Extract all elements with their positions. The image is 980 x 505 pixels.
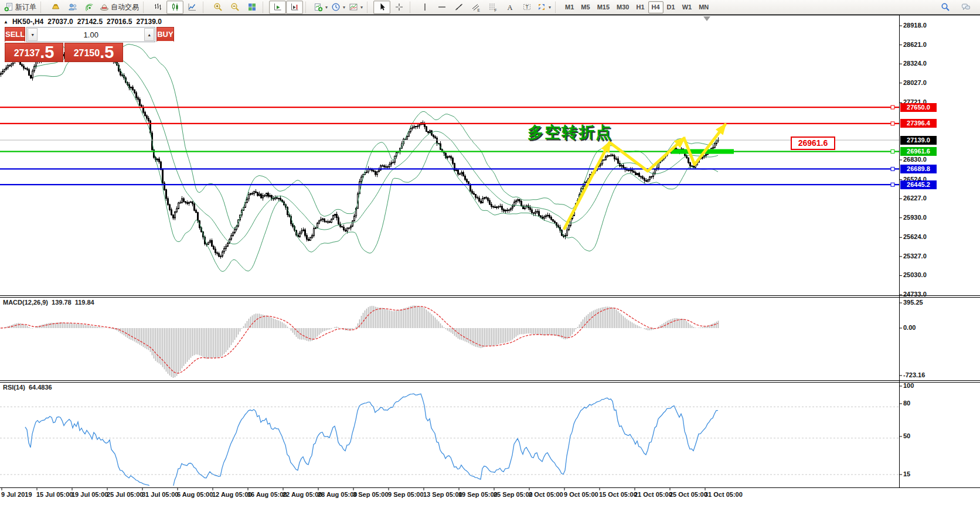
volume-input[interactable] bbox=[38, 28, 144, 42]
price-axis-tick: 26227.0 bbox=[903, 195, 927, 202]
one-click-trading-panel: SELL ▼ ▲ BUY 27137.5 27150.5 bbox=[5, 27, 123, 62]
equidistant-channel-button[interactable]: E bbox=[467, 1, 484, 14]
price-axis-tick: 28918.0 bbox=[903, 22, 927, 29]
autotrading-button[interactable]: 自动交易 bbox=[98, 1, 141, 14]
timeframe-m30-button[interactable]: M30 bbox=[613, 1, 632, 13]
level-line-27650.0[interactable] bbox=[0, 105, 899, 109]
timeframe-d1-button[interactable]: D1 bbox=[663, 1, 679, 13]
trading-signals-button[interactable] bbox=[81, 1, 98, 14]
mql5-community-button[interactable] bbox=[64, 1, 81, 14]
price-level-badge: 27650.0 bbox=[900, 103, 937, 112]
buy-price-int: 27150 bbox=[74, 46, 100, 61]
timeframe-m15-button[interactable]: M15 bbox=[594, 1, 613, 13]
svg-text:F: F bbox=[494, 8, 496, 12]
level-line-26961.6[interactable] bbox=[0, 150, 899, 153]
new-order-button[interactable]: 新订单 bbox=[2, 1, 38, 14]
rsi-axis-tick: 50 bbox=[903, 432, 910, 439]
market-watch-button[interactable] bbox=[47, 1, 64, 14]
date-axis-label: 16 Aug 05:00 bbox=[247, 491, 287, 498]
date-axis-label: 22 Aug 05:00 bbox=[283, 491, 322, 498]
buy-price-dec: .5 bbox=[100, 44, 114, 61]
text-label-tool-button[interactable]: T bbox=[518, 1, 535, 14]
toolbar-separator bbox=[40, 2, 45, 13]
price-axis-tick: 25930.0 bbox=[903, 214, 927, 221]
svg-text:E: E bbox=[477, 8, 480, 12]
date-axis-label: 15 Jul 05:00 bbox=[36, 491, 73, 498]
level-line-27396.4[interactable] bbox=[0, 122, 899, 125]
bar-chart-button[interactable] bbox=[149, 1, 166, 14]
crosshair-button[interactable] bbox=[390, 1, 407, 14]
search-button[interactable] bbox=[937, 1, 954, 14]
macd-indicator-label: MACD(12,26,9) 139.78 119.84 bbox=[3, 299, 94, 306]
buy-button[interactable]: BUY bbox=[156, 27, 173, 42]
periods-button[interactable]: ▾ bbox=[329, 1, 347, 14]
sell-button[interactable]: SELL bbox=[5, 27, 25, 42]
candlestick-chart-button[interactable] bbox=[166, 1, 183, 14]
price-level-badge: 26445.2 bbox=[900, 180, 937, 189]
price-axis-tick: 28324.0 bbox=[903, 60, 927, 67]
text-tool-button[interactable]: A bbox=[501, 1, 518, 14]
timeframe-h4-button[interactable]: H4 bbox=[648, 1, 663, 13]
arrows-tool-button[interactable]: ▾ bbox=[535, 1, 553, 14]
level-line-26689.8[interactable] bbox=[0, 167, 899, 170]
collapse-icon[interactable]: ▲ bbox=[4, 19, 8, 25]
cursor-button[interactable] bbox=[373, 1, 390, 14]
level-line-26445.2[interactable] bbox=[0, 183, 899, 186]
toolbar-separator bbox=[203, 2, 207, 13]
auto-scroll-button[interactable] bbox=[269, 1, 286, 14]
toolbar-separator bbox=[367, 2, 372, 13]
date-axis-label: 25 Oct 05:00 bbox=[669, 491, 707, 498]
zoom-in-button[interactable] bbox=[209, 1, 226, 14]
horizontal-line-button[interactable] bbox=[433, 1, 450, 14]
timeframe-w1-button[interactable]: W1 bbox=[679, 1, 696, 13]
date-axis-label: 13 Sep 05:00 bbox=[423, 491, 462, 498]
macd-signal-line bbox=[1, 306, 718, 373]
volume-increase-button[interactable]: ▲ bbox=[144, 28, 154, 41]
price-axis-tick: 24733.0 bbox=[903, 291, 927, 298]
sell-price-button[interactable]: 27137.5 bbox=[5, 43, 63, 62]
line-chart-button[interactable] bbox=[183, 1, 200, 14]
timeframe-h1-button[interactable]: H1 bbox=[632, 1, 648, 13]
ohlc-open: 27037.0 bbox=[47, 18, 73, 26]
chat-button[interactable] bbox=[957, 1, 974, 14]
fibonacci-retracement-button[interactable]: F bbox=[484, 1, 501, 14]
timeframe-m5-button[interactable]: M5 bbox=[577, 1, 593, 13]
date-axis-label: 6 Aug 05:00 bbox=[177, 491, 213, 498]
date-axis-label: 31 Oct 05:00 bbox=[705, 491, 743, 498]
date-axis-label: 9 Sep 05:00 bbox=[388, 491, 424, 498]
price-chart[interactable] bbox=[0, 0, 980, 505]
rsi-axis-tick: 15 bbox=[903, 470, 910, 477]
volume-decrease-button[interactable]: ▼ bbox=[28, 28, 38, 41]
toolbar: 新订单自动交易▾▾▾EFAT▾M1M5M15M30H1H4D1W1MN bbox=[0, 0, 980, 15]
price-axis-tick: 25327.0 bbox=[903, 252, 927, 260]
timeframe-mn-button[interactable]: MN bbox=[695, 1, 712, 13]
trend-annotation-text[interactable]: 多空转折点 bbox=[528, 122, 612, 143]
chart-shift-marker-icon[interactable] bbox=[703, 16, 710, 21]
current-price-badge: 27139.0 bbox=[900, 136, 937, 145]
tile-windows-button[interactable] bbox=[243, 1, 260, 14]
chart-shift-button[interactable] bbox=[286, 1, 303, 14]
vertical-line-button[interactable] bbox=[416, 1, 433, 14]
price-axis-tick: 26830.0 bbox=[903, 156, 927, 163]
timeframe-m1-button[interactable]: M1 bbox=[562, 1, 577, 13]
indicators-button[interactable]: ▾ bbox=[312, 1, 329, 14]
toolbar-separator bbox=[263, 2, 267, 13]
date-axis-label: 19 Sep 05:00 bbox=[458, 491, 498, 498]
date-axis-label: 9 Jul 2019 bbox=[1, 491, 32, 498]
svg-text:T: T bbox=[525, 4, 528, 10]
templates-button[interactable]: ▾ bbox=[347, 1, 365, 14]
date-axis-label: 3 Sep 05:00 bbox=[353, 491, 389, 498]
price-axis-tick: 28027.0 bbox=[903, 79, 927, 86]
price-callout-box[interactable]: 26961.6 bbox=[791, 137, 835, 150]
rsi-axis-tick: 100 bbox=[903, 382, 914, 389]
macd-axis-tick: 0.00 bbox=[903, 324, 916, 331]
date-axis-label: 9 Oct 05:00 bbox=[564, 491, 598, 498]
symbol-period: HK50-,H4 bbox=[12, 18, 43, 26]
date-axis-label: 2 Oct 05:00 bbox=[529, 491, 563, 498]
zoom-out-button[interactable] bbox=[226, 1, 243, 14]
toolbar-separator bbox=[555, 2, 560, 13]
rsi-axis-tick: 80 bbox=[903, 400, 910, 407]
ohlc-low: 27016.5 bbox=[107, 18, 132, 26]
trendline-button[interactable] bbox=[450, 1, 467, 14]
buy-price-button[interactable]: 27150.5 bbox=[64, 43, 123, 62]
